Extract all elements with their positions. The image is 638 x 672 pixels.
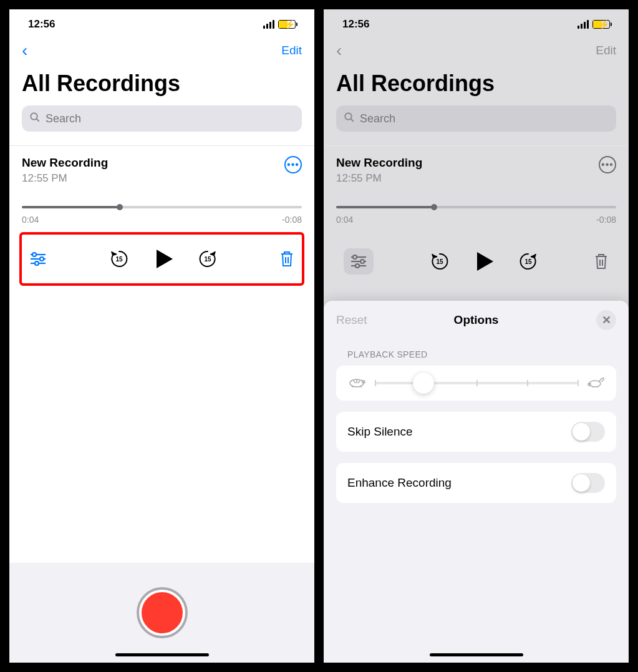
playback-speed-slider[interactable] bbox=[375, 382, 578, 384]
back-chevron-icon[interactable]: ‹ bbox=[336, 41, 342, 61]
options-sheet: Reset Options ✕ PLAYBACK SPEED bbox=[324, 301, 629, 663]
reset-button[interactable]: Reset bbox=[336, 313, 367, 327]
timeline-knob[interactable] bbox=[431, 204, 437, 210]
search-input[interactable] bbox=[46, 112, 294, 125]
playback-controls: 15 15 bbox=[19, 232, 304, 286]
elapsed-time: 0:04 bbox=[22, 215, 39, 225]
recording-item[interactable]: New Recording 12:55 PM ••• 0:04 -0:08 bbox=[9, 146, 314, 225]
playback-settings-button[interactable] bbox=[344, 248, 374, 275]
back-chevron-icon[interactable]: ‹ bbox=[22, 41, 27, 61]
play-button[interactable] bbox=[473, 251, 495, 272]
phone-left: 12:56 ⚡ ‹ Edit All Recordings New Record… bbox=[9, 9, 314, 663]
sheet-title: Options bbox=[454, 313, 499, 327]
status-right: ⚡ bbox=[263, 20, 296, 29]
recording-timestamp: 12:55 PM bbox=[22, 172, 108, 185]
close-icon: ✕ bbox=[602, 313, 611, 327]
skip-back-15-button[interactable]: 15 bbox=[109, 249, 129, 269]
playback-speed-label: PLAYBACK SPEED bbox=[324, 338, 629, 366]
svg-point-7 bbox=[35, 261, 39, 265]
recording-item[interactable]: New Recording 12:55 PM ••• 0:04 -0:08 bbox=[324, 146, 629, 225]
page-title: All Recordings bbox=[324, 67, 629, 105]
playback-timeline[interactable] bbox=[22, 206, 302, 208]
svg-text:15: 15 bbox=[115, 256, 123, 263]
playback-speed-slider-row bbox=[336, 366, 616, 401]
svg-marker-20 bbox=[477, 252, 493, 271]
svg-point-18 bbox=[355, 264, 359, 268]
enhance-recording-toggle[interactable] bbox=[571, 473, 605, 493]
svg-point-14 bbox=[353, 255, 357, 259]
edit-button[interactable]: Edit bbox=[281, 44, 302, 57]
edit-button[interactable]: Edit bbox=[596, 44, 616, 57]
time-labels: 0:04 -0:08 bbox=[22, 215, 302, 225]
elapsed-time: 0:04 bbox=[336, 215, 353, 225]
svg-text:15: 15 bbox=[436, 258, 443, 265]
status-right: ⚡ bbox=[578, 20, 610, 29]
skip-silence-label: Skip Silence bbox=[347, 425, 413, 439]
remaining-time: -0:08 bbox=[596, 215, 616, 225]
cellular-signal-icon bbox=[578, 20, 589, 29]
battery-icon: ⚡ bbox=[592, 20, 610, 29]
status-time: 12:56 bbox=[28, 18, 55, 31]
svg-line-1 bbox=[36, 119, 39, 122]
more-options-button[interactable]: ••• bbox=[599, 156, 616, 173]
rabbit-icon bbox=[586, 376, 605, 391]
recording-title: New Recording bbox=[22, 156, 108, 170]
time-labels: 0:04 -0:08 bbox=[336, 215, 616, 225]
svg-text:15: 15 bbox=[204, 256, 211, 263]
recording-timestamp: 12:55 PM bbox=[336, 172, 422, 185]
close-button[interactable]: ✕ bbox=[596, 310, 616, 330]
record-button[interactable] bbox=[139, 590, 185, 636]
battery-icon: ⚡ bbox=[278, 20, 296, 29]
status-bar: 12:56 ⚡ bbox=[9, 9, 314, 34]
enhance-recording-row: Enhance Recording bbox=[336, 463, 616, 503]
skip-silence-row: Skip Silence bbox=[336, 412, 616, 452]
status-bar: 12:56 ⚡ bbox=[324, 9, 629, 34]
svg-point-16 bbox=[360, 260, 364, 263]
search-bar[interactable] bbox=[336, 105, 616, 132]
nav-bar: ‹ Edit bbox=[9, 34, 314, 67]
more-options-button[interactable]: ••• bbox=[284, 156, 302, 173]
skip-silence-toggle[interactable] bbox=[571, 422, 605, 442]
skip-forward-15-button[interactable]: 15 bbox=[518, 251, 538, 271]
skip-forward-15-button[interactable]: 15 bbox=[198, 249, 218, 269]
play-button[interactable] bbox=[153, 248, 174, 270]
svg-point-5 bbox=[40, 257, 44, 261]
svg-marker-9 bbox=[157, 250, 173, 268]
svg-line-12 bbox=[350, 119, 354, 122]
skip-back-15-button[interactable]: 15 bbox=[430, 251, 450, 271]
enhance-recording-label: Enhance Recording bbox=[347, 476, 452, 490]
search-icon bbox=[344, 112, 355, 125]
svg-point-0 bbox=[31, 113, 37, 120]
nav-bar: ‹ Edit bbox=[324, 34, 629, 67]
home-indicator[interactable] bbox=[430, 653, 523, 656]
cellular-signal-icon bbox=[263, 20, 274, 29]
home-indicator[interactable] bbox=[115, 653, 209, 656]
svg-point-3 bbox=[32, 253, 36, 256]
recording-title: New Recording bbox=[336, 156, 422, 170]
svg-text:15: 15 bbox=[524, 258, 532, 265]
playback-timeline[interactable] bbox=[336, 206, 616, 208]
delete-button[interactable] bbox=[279, 250, 294, 268]
page-title: All Recordings bbox=[9, 67, 314, 105]
svg-point-11 bbox=[345, 113, 352, 120]
status-time: 12:56 bbox=[342, 18, 369, 31]
turtle-icon bbox=[347, 376, 366, 391]
search-icon bbox=[29, 112, 41, 125]
search-bar[interactable] bbox=[22, 105, 302, 132]
delete-button[interactable] bbox=[594, 253, 609, 270]
remaining-time: -0:08 bbox=[282, 215, 302, 225]
phone-right: 12:56 ⚡ ‹ Edit All Recordings New Record… bbox=[324, 9, 629, 663]
playback-settings-button[interactable] bbox=[29, 252, 47, 266]
record-area bbox=[9, 563, 314, 663]
speed-slider-knob[interactable] bbox=[413, 373, 434, 394]
playback-controls: 15 15 bbox=[334, 232, 619, 291]
timeline-knob[interactable] bbox=[117, 204, 123, 210]
search-input[interactable] bbox=[360, 112, 609, 125]
